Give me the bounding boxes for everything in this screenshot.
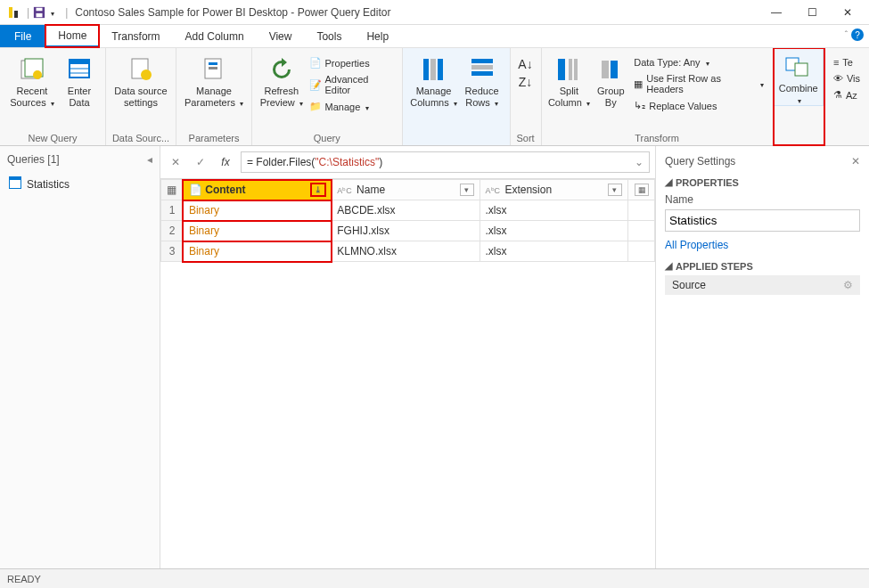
cell-name[interactable]: ABCDE.xlsx [332, 200, 480, 221]
maximize-button[interactable]: ☐ [794, 6, 830, 19]
chevron-down-icon [364, 102, 369, 112]
applied-steps-section[interactable]: ◢APPLIED STEPS [665, 260, 860, 272]
step-source-label: Source [672, 279, 706, 291]
ribbon-group-manage-columns-label [408, 142, 504, 143]
tab-help[interactable]: Help [354, 25, 401, 47]
row-number: 2 [161, 221, 184, 241]
cell-content[interactable]: Binary [183, 221, 331, 241]
tab-tools[interactable]: Tools [304, 25, 354, 47]
ribbon-group-data-sources: Data source settings Data Sourc... [106, 48, 176, 145]
commit-formula-button[interactable]: ✓ [191, 152, 210, 172]
query-item-statistics[interactable]: Statistics [0, 173, 160, 195]
recent-sources-button[interactable]: Recent Sources [5, 52, 59, 108]
applied-step-source[interactable]: Source ⚙ [665, 275, 860, 295]
reduce-rows-button[interactable]: Reduce Rows [460, 52, 504, 108]
all-properties-link[interactable]: All Properties [665, 239, 860, 251]
manage-columns-button[interactable]: Manage Columns [408, 52, 460, 108]
column-header-content-label: Content [205, 184, 245, 196]
column-header-name[interactable]: AᵇC Name ▾ [332, 180, 480, 200]
tab-transform[interactable]: Transform [99, 25, 172, 47]
ribbon-group-combine-label [774, 143, 824, 145]
gear-icon[interactable]: ⚙ [843, 279, 853, 291]
cell-content[interactable]: Binary [183, 241, 331, 262]
chevron-down-icon [49, 97, 54, 108]
close-button[interactable]: ✕ [830, 6, 865, 19]
svg-rect-20 [471, 59, 493, 63]
column-header-extension[interactable]: AᵇC Extension ▾ [480, 180, 627, 200]
collapse-ribbon-icon[interactable]: ˆ [845, 30, 848, 40]
refresh-preview-button[interactable]: Refresh Preview [258, 52, 306, 114]
qat-dropdown-icon[interactable] [49, 6, 61, 19]
formula-dropdown-icon[interactable]: ⌄ [635, 156, 644, 168]
data-source-settings-button[interactable]: Data source settings [111, 52, 170, 108]
tab-home[interactable]: Home [45, 25, 99, 47]
cell-extension[interactable]: .xlsx [480, 221, 627, 241]
replace-values-button[interactable]: ↳₂Replace Values [630, 98, 767, 113]
query-settings-title: Query Settings [665, 155, 735, 167]
ribbon-group-transform-label: Transform [547, 131, 767, 143]
first-row-headers-label: Use First Row as Headers [646, 73, 754, 94]
svg-rect-26 [602, 61, 609, 78]
tab-view[interactable]: View [257, 25, 305, 47]
cell-content[interactable]: Binary [183, 200, 331, 221]
close-settings-button[interactable]: ✕ [851, 155, 860, 167]
help-button[interactable]: ˆ ? [845, 29, 864, 41]
column-header-content[interactable]: 📄 Content ⤓ [183, 180, 331, 200]
combine-icon [784, 53, 813, 81]
table-row[interactable]: 2 Binary FGHIJ.xlsx .xlsx [161, 221, 655, 241]
cell-name[interactable]: KLMNO.xlsx [332, 241, 480, 262]
sort-desc-icon[interactable]: Z↓ [519, 75, 533, 89]
combine-button[interactable]: Combine [774, 48, 824, 106]
status-bar: READY [0, 568, 869, 588]
first-row-headers-button[interactable]: ▦Use First Row as Headers [630, 71, 767, 96]
svg-rect-21 [471, 65, 493, 69]
cancel-formula-button[interactable]: ✕ [166, 152, 185, 172]
text-icon: ≡ [833, 57, 839, 68]
replace-icon: ↳₂ [634, 100, 645, 111]
minimize-button[interactable]: — [758, 6, 794, 19]
formula-suffix: ) [379, 156, 382, 168]
data-type-button[interactable]: Data Type: Any [630, 55, 767, 69]
cell-extension[interactable]: .xlsx [480, 241, 627, 262]
table-row[interactable]: 1 Binary ABCDE.xlsx .xlsx [161, 200, 655, 221]
manage-columns-label: Manage Columns [410, 86, 451, 108]
table-corner-button[interactable]: ▦ [161, 180, 184, 200]
az-view-button[interactable]: ⚗Az [830, 87, 864, 102]
split-column-button[interactable]: Split Column [547, 52, 592, 113]
help-icon[interactable]: ? [851, 29, 864, 41]
formula-input[interactable]: = Folder.Files("C:\Statistics") ⌄ [241, 151, 650, 173]
grid-header-row: ▦ 📄 Content ⤓ AᵇC Name ▾ AᵇC [161, 180, 655, 200]
vis-view-button[interactable]: 👁Vis [830, 71, 864, 86]
cell-name[interactable]: FGHIJ.xlsx [332, 221, 480, 241]
sort-asc-icon[interactable]: A↓ [518, 57, 532, 71]
data-source-settings-icon [127, 55, 155, 84]
column-filter-name[interactable]: ▾ [460, 184, 474, 196]
column-header-extension-label: Extension [504, 184, 552, 196]
text-view-button[interactable]: ≡Te [830, 55, 864, 69]
qat-separator: | [27, 6, 29, 19]
fx-label[interactable]: fx [216, 152, 235, 172]
column-settings-icon[interactable]: ▦ [635, 184, 649, 196]
query-name-input[interactable] [665, 209, 860, 232]
tab-file[interactable]: File [0, 25, 45, 47]
replace-values-label: Replace Values [649, 101, 717, 111]
properties-button[interactable]: 📄Properties [306, 55, 397, 70]
combine-files-button[interactable]: ⤓ [311, 184, 325, 196]
group-by-button[interactable]: Group By [591, 52, 630, 113]
cell-extension[interactable]: .xlsx [480, 200, 627, 221]
properties-section[interactable]: ◢PROPERTIES [665, 176, 860, 188]
chevron-down-icon [493, 97, 498, 108]
content-type-icon: 📄 [189, 184, 202, 196]
collapse-queries-icon[interactable] [147, 153, 152, 166]
column-filter-extension[interactable]: ▾ [608, 184, 622, 196]
manage-query-button[interactable]: 📁Manage [306, 99, 397, 114]
manage-parameters-button[interactable]: Manage Parameters [182, 52, 246, 108]
column-header-more[interactable]: ▦ [627, 180, 654, 200]
table-row[interactable]: 3 Binary KLMNO.xlsx .xlsx [161, 241, 655, 262]
enter-data-button[interactable]: Enter Data [59, 52, 100, 108]
reduce-rows-icon [468, 55, 496, 84]
tab-add-column[interactable]: Add Column [173, 25, 257, 47]
advanced-editor-button[interactable]: 📝Advanced Editor [306, 72, 397, 97]
save-icon[interactable] [33, 6, 45, 19]
cell-more [627, 221, 654, 241]
